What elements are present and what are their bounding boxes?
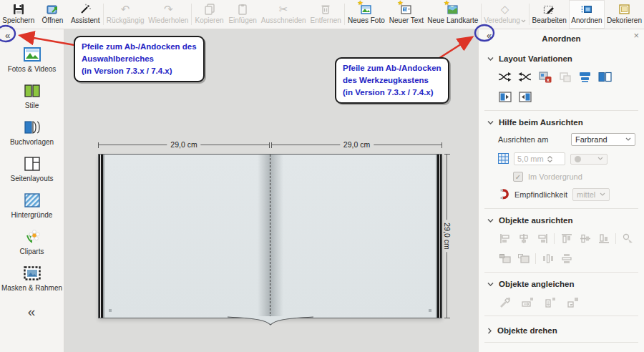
- sidebar-item-seitenlayouts[interactable]: Seitenlayouts: [1, 155, 64, 182]
- section-layout-variations[interactable]: Layout Variationen: [487, 54, 635, 63]
- apply-left-page-icon[interactable]: [498, 91, 512, 103]
- new-photo-icon: ★: [360, 3, 372, 15]
- dimension-label: 29,0 cm: [167, 140, 200, 149]
- sensitivity-select[interactable]: mittel: [572, 188, 610, 201]
- chevron-up-icon: [547, 156, 552, 159]
- redo-icon: ↷: [162, 3, 175, 15]
- page-layouts-icon: [24, 155, 41, 172]
- new-photo-button[interactable]: ★ Neues Foto: [346, 0, 387, 29]
- finishing-button[interactable]: ◇ Veredelung: [482, 0, 528, 29]
- assistant-button[interactable]: Assistent: [68, 0, 102, 29]
- send-to-back-icon[interactable]: [517, 253, 530, 265]
- toolbar-label: Wiederholen: [148, 16, 188, 24]
- align-left-icon[interactable]: [498, 233, 512, 245]
- sidebar-item-label: Masken & Rahmen: [1, 284, 62, 292]
- edit-button[interactable]: Bearbeiten: [530, 0, 569, 29]
- align-objects-row-1: [498, 233, 635, 245]
- open-folder-icon: [47, 3, 59, 15]
- toolbar-separator: [344, 4, 345, 25]
- format-brush-icon[interactable]: [498, 296, 512, 308]
- foreground-checkbox[interactable]: ✓: [513, 172, 523, 182]
- sidebar-item-buchvorlagen[interactable]: Buchvorlagen: [1, 119, 64, 146]
- sidebar-item-cliparts[interactable]: Cliparts: [1, 228, 64, 255]
- toolbar-label: Einfügen: [228, 16, 256, 24]
- sensitivity-label: Empfindlichkeit: [514, 190, 567, 199]
- icon-separator: [535, 253, 536, 264]
- sidebar-item-stile[interactable]: Stile: [1, 82, 64, 109]
- match-width-icon[interactable]: [521, 296, 535, 308]
- book-left-edge: [99, 155, 104, 318]
- open-button[interactable]: Öffnen: [36, 0, 68, 29]
- close-icon[interactable]: ×: [633, 30, 639, 41]
- save-button[interactable]: Speichern: [0, 0, 36, 29]
- toolbar-label: Entfernen: [310, 16, 341, 24]
- align-top-icon[interactable]: [560, 233, 573, 245]
- sidebar-collapse-button[interactable]: «: [28, 304, 36, 320]
- align-angle-icon[interactable]: [621, 233, 635, 245]
- match-size-icon[interactable]: [567, 296, 580, 308]
- shuffle-layout-icon[interactable]: [498, 71, 512, 83]
- align-at-select[interactable]: Farbrand: [571, 133, 635, 146]
- chevron-down-icon: [487, 57, 494, 62]
- copy-button[interactable]: Kopieren: [192, 0, 226, 29]
- magic-wand-icon: [79, 3, 92, 15]
- match-objects-row: [498, 296, 635, 308]
- star-badge-icon: ★: [357, 0, 363, 6]
- cut-button[interactable]: ✂ Ausschneiden: [259, 0, 308, 29]
- match-height-icon[interactable]: [544, 296, 557, 308]
- sidebar-item-fotos-videos[interactable]: Fotos & Videos: [1, 46, 64, 73]
- sidebar-item-masken-rahmen[interactable]: Masken & Rahmen: [1, 265, 64, 292]
- sidebar-item-label: Fotos & Videos: [8, 65, 57, 73]
- arrange-button[interactable]: Anordnen: [569, 0, 605, 29]
- chevron-right-icon: [487, 328, 492, 334]
- new-map-button[interactable]: ★ Neue Landkarte: [426, 0, 480, 29]
- apply-right-page-icon[interactable]: [518, 91, 532, 103]
- spinner-arrows[interactable]: [547, 156, 552, 162]
- toolbar-label: Neuer Text: [389, 16, 424, 24]
- align-center-horizontal-icon[interactable]: [517, 233, 530, 245]
- foreground-row: ✓ Im Vordergrund: [513, 172, 635, 182]
- grid-spacing-input[interactable]: 5,0 mm: [514, 152, 565, 165]
- mirror-page-icon[interactable]: [598, 71, 612, 83]
- layout-rows-icon[interactable]: [578, 71, 592, 83]
- new-text-button[interactable]: TE ★ Neuer Text: [387, 0, 426, 29]
- section-rotate-objects[interactable]: Objekte drehen: [487, 326, 635, 335]
- unshuffle-layout-icon[interactable]: [518, 71, 532, 83]
- remove-layout-icon[interactable]: x: [538, 71, 552, 83]
- distribute-horizontal-icon[interactable]: [541, 253, 555, 265]
- section-divider: [484, 342, 638, 343]
- bring-to-front-icon[interactable]: [498, 253, 512, 265]
- book-spread[interactable]: [98, 154, 442, 318]
- copy-layout-icon[interactable]: [558, 71, 572, 83]
- dock-panel-button[interactable]: «: [483, 29, 495, 41]
- section-align-help[interactable]: Hilfe beim Ausrichten: [487, 118, 635, 127]
- panel-title: Anordnen: [542, 34, 580, 43]
- section-match-objects[interactable]: Objekte angleichen: [487, 280, 635, 288]
- section-align-objects[interactable]: Objekte ausrichten: [487, 216, 635, 225]
- page-corner-mark: [109, 309, 112, 312]
- paste-button[interactable]: Einfügen: [226, 0, 259, 29]
- chevron-down-icon: [600, 192, 605, 197]
- book-spine-line: [270, 155, 270, 318]
- book-bottom-curl: [228, 316, 313, 326]
- masks-frames-icon: [24, 265, 41, 282]
- undo-button[interactable]: ↶ Rückgängig: [104, 0, 147, 29]
- backgrounds-icon: [24, 192, 41, 209]
- section-divider: [484, 208, 638, 209]
- distribute-vertical-icon[interactable]: [560, 253, 573, 265]
- align-bottom-icon[interactable]: [597, 233, 610, 245]
- redo-button[interactable]: ↷ Wiederholen: [146, 0, 190, 29]
- delete-button[interactable]: Entfernen: [308, 0, 343, 29]
- decorate-button[interactable]: Dekorieren: [605, 0, 644, 29]
- dock-sidebar-button[interactable]: «: [1, 29, 14, 42]
- toolbar-label: Speichern: [2, 16, 34, 24]
- sidebar-item-hintergruende[interactable]: Hintergründe: [1, 192, 64, 219]
- align-right-icon[interactable]: [535, 233, 549, 245]
- grid-icon: [498, 153, 509, 165]
- align-at-row: Ausrichten am Farbrand: [498, 133, 635, 146]
- grid-color-select[interactable]: [570, 154, 608, 165]
- chevron-down-icon: [487, 282, 494, 287]
- sidebar-item-label: Hintergründe: [11, 211, 53, 219]
- new-map-icon: ★: [447, 3, 459, 15]
- align-middle-vertical-icon[interactable]: [578, 233, 592, 245]
